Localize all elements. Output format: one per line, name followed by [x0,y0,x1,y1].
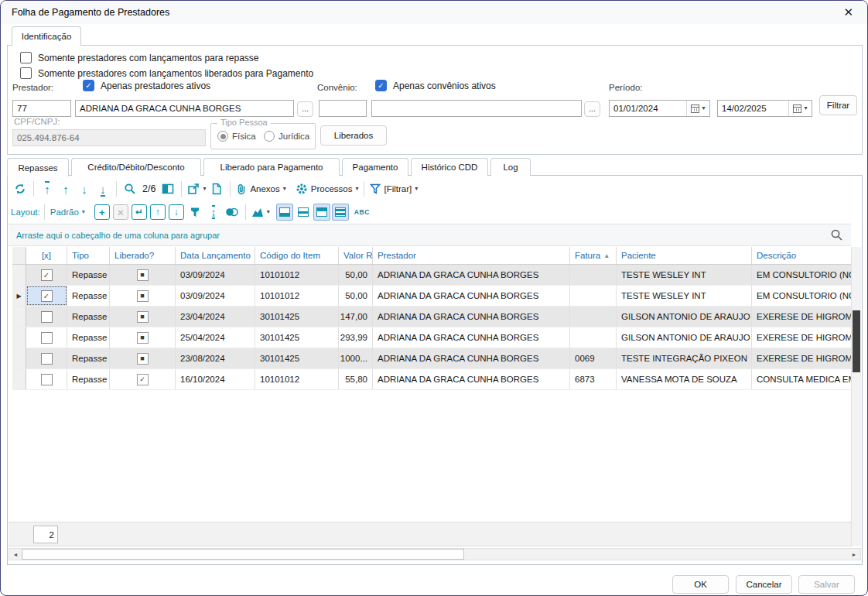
processos-button[interactable]: Processos ▾ [294,180,361,198]
radio-juridica[interactable]: Jurídica [264,131,309,142]
search-icon[interactable] [121,180,139,198]
prestador-code-input[interactable] [12,100,71,117]
column-header-descricao[interactable]: Descrição [752,247,852,264]
liberado-state-icon[interactable]: ■ [137,311,149,323]
tab-identificacao[interactable]: Identificação [12,26,81,46]
periodo-start-input[interactable] [610,101,686,116]
columns-icon[interactable] [159,180,177,198]
row-checkbox[interactable]: ✓ [41,269,53,281]
checkbox-icon[interactable] [20,67,32,79]
column-header-data-lancamento[interactable]: Data Lançamento [176,247,255,264]
abc-spellcheck-icon[interactable]: ABC [354,208,370,216]
convenio-name-input[interactable] [371,100,582,117]
checkbox-apenas-prestadores[interactable]: ✓ Apenas prestadores ativos [83,80,210,91]
tab-credito-debito-desconto[interactable]: Crédito/Débito/Desconto [71,158,201,176]
checkbox-apenas-convenios[interactable]: ✓ Apenas convênios ativos [375,80,496,91]
column-header-tipo[interactable]: Tipo [67,247,110,264]
tab-pagamento[interactable]: Pagamento [342,158,408,176]
horizontal-scrollbar[interactable]: ◄ ► [9,548,861,560]
calendar-dropdown[interactable]: ▾ [788,101,812,116]
row-checkbox[interactable] [41,332,53,344]
table-row[interactable]: Repasse ■ 23/04/2024 30101425 147,00 ADR… [12,307,852,327]
refresh-icon[interactable] [11,180,29,198]
vertical-scrollbar-thumb[interactable] [853,310,860,372]
row-checkbox[interactable] [41,353,53,365]
checkbox-somente-repasse[interactable]: Somente prestadores com lançamentos para… [20,52,259,63]
expand-rows-icon[interactable]: ↨ [204,203,223,221]
table-row[interactable]: ✓ Repasse ■ 03/09/2024 10101012 50,00 AD… [12,265,852,286]
previous-row-icon[interactable]: ↑ [56,180,75,198]
liberado-state-icon[interactable]: ✓ [137,374,149,385]
filtrar-button[interactable]: Filtrar [819,95,857,115]
fill-icon[interactable] [186,203,204,221]
tab-liberado-para-pagamento[interactable]: Liberado para Pagamento [203,158,340,176]
cancel-button[interactable]: Cancelar [736,575,792,594]
column-header-fatura[interactable]: Fatura ▲ [570,247,617,264]
scroll-left-icon[interactable]: ◄ [9,549,22,560]
grid-search-icon[interactable] [830,228,843,241]
table-row[interactable]: Repasse ■ 25/04/2024 30101425 293,99 ADR… [12,327,852,348]
table-row[interactable]: Repasse ■ 23/08/2024 30101425 1000... AD… [12,348,852,369]
first-row-icon[interactable]: ↑ [38,180,56,198]
liberados-button[interactable]: Liberados [320,125,387,146]
horizontal-scrollbar-thumb[interactable] [22,549,464,560]
row-checkbox[interactable]: ✓ [41,290,53,302]
row-checkbox[interactable] [41,311,53,323]
close-icon[interactable]: ✕ [840,5,856,19]
calendar-dropdown[interactable]: ▾ [686,101,709,116]
prestador-browse-button[interactable]: ... [297,101,313,117]
column-header-valor[interactable]: Valor R... [339,247,373,264]
anexos-button[interactable]: Anexos ▾ [234,180,287,198]
liberado-state-icon[interactable]: ■ [137,332,149,344]
last-row-icon[interactable]: ↓ [94,180,112,198]
radio-selected-icon[interactable] [217,131,228,142]
export-icon[interactable]: ▾ [186,180,207,198]
checkbox-icon[interactable] [20,52,32,63]
liberado-state-icon[interactable]: ■ [137,269,149,281]
selected-count-summary: 2 [33,526,58,543]
return-icon[interactable]: ↵ [132,204,147,220]
row-checkbox[interactable] [41,374,53,385]
ok-button[interactable]: OK [672,575,729,594]
prestador-name-input[interactable] [75,100,294,117]
move-up-icon[interactable]: ↑ [150,204,166,220]
tab-log[interactable]: Log [490,158,531,176]
periodo-end-input[interactable] [718,101,788,116]
add-icon[interactable]: + [94,204,110,220]
toolbar-separator [245,204,246,220]
radio-icon[interactable] [264,131,275,142]
column-header-prestador[interactable]: Prestador [373,247,570,264]
scroll-right-icon[interactable]: ► [848,549,860,560]
toggle-band-double[interactable] [332,204,349,221]
convenio-code-input[interactable] [319,100,367,117]
chart-icon[interactable]: ▾ [250,203,272,221]
convenio-browse-button[interactable]: ... [584,101,600,117]
tab-historico-cdd[interactable]: Histórico CDD [411,158,488,176]
liberado-state-icon[interactable]: ■ [137,290,149,302]
column-header-sel[interactable]: [x] [26,247,67,264]
column-header-liberado[interactable]: Liberado? [110,247,176,264]
table-row[interactable]: Repasse ✓ 16/10/2024 10101012 55,80 ADRI… [12,369,852,390]
chevron-down-icon: ▾ [804,105,807,111]
tab-repasses[interactable]: Repasses [7,158,69,176]
radio-fisica[interactable]: Física [217,131,256,142]
table-row-focused[interactable]: ▶ ✓ Repasse ■ 03/09/2024 10101012 50,00 … [12,286,852,307]
group-by-bar[interactable]: Arraste aqui o cabeçalho de uma coluna p… [9,224,851,246]
circles-icon[interactable] [223,203,241,221]
checkbox-checked-icon[interactable]: ✓ [83,80,94,91]
toggle-band-middle[interactable] [295,204,312,221]
column-header-paciente[interactable]: Paciente [617,247,752,264]
filtrar-dropdown-button[interactable]: [Filtrar] ▾ [368,180,419,198]
vertical-scrollbar[interactable] [851,247,861,546]
toggle-header-top[interactable] [313,204,330,221]
document-icon[interactable] [207,180,226,198]
next-row-icon[interactable]: ↓ [75,180,94,198]
liberado-state-icon[interactable]: ■ [137,353,149,365]
save-button[interactable]: Salvar [798,575,855,594]
checkbox-checked-icon[interactable]: ✓ [375,80,387,91]
column-header-codigo-item[interactable]: Código do Item [255,247,339,264]
move-down-icon[interactable]: ↓ [169,204,184,220]
toggle-preview-bottom[interactable] [276,204,293,221]
layout-preset-dropdown[interactable]: Padrão ▾ [49,203,87,221]
checkbox-somente-liberados[interactable]: Somente prestadores com lançamentos libe… [20,67,313,79]
